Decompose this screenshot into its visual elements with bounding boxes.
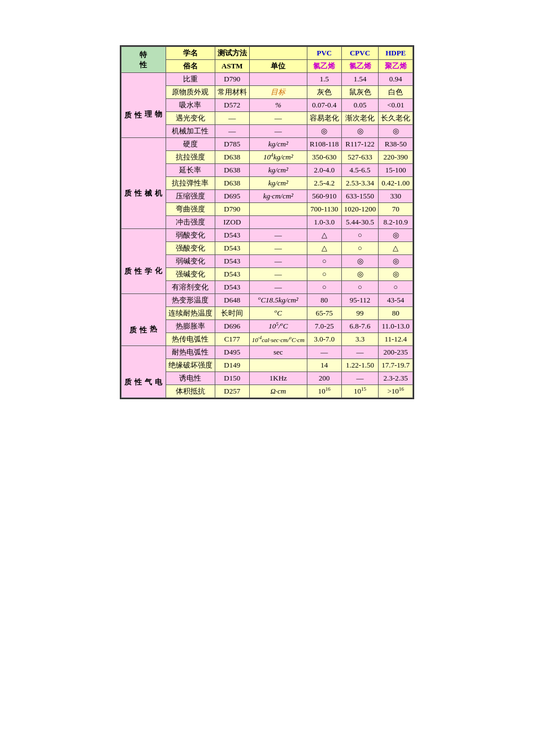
method-permittivity: D150	[215, 372, 249, 385]
unit-bend	[249, 203, 307, 216]
hdpe-strongacid: △	[379, 242, 413, 255]
hdpe-bizong: 0.94	[379, 73, 413, 86]
method-light: —	[215, 112, 249, 125]
method-strongacid: D543	[215, 242, 249, 255]
unit-heatdef: oC18.5kg/cm²	[249, 294, 307, 307]
method-appearance: 常用材料	[215, 86, 249, 99]
header-cpvc: CPVC	[341, 47, 378, 60]
pvc-hardness: R108-118	[307, 138, 341, 151]
unit-tensile: 104kg/cm²	[249, 151, 307, 164]
pvc-permittivity: 200	[307, 372, 341, 385]
cpvc-strongacid: ○	[341, 242, 378, 255]
hdpe-weakacid: ◎	[379, 229, 413, 242]
hdpe-appearance: 白色	[379, 86, 413, 99]
cat-physical: 物理性质	[121, 73, 166, 138]
unit-expansion: 105/oC	[249, 320, 307, 333]
hdpe-arc: 200-235	[379, 346, 413, 359]
cpvc-heatresist: 99	[341, 307, 378, 320]
unit-heatresist: oC	[249, 307, 307, 320]
method-heatdef: D648	[215, 294, 249, 307]
name-strongacid: 强酸变化	[166, 242, 215, 255]
method-bend: D790	[215, 203, 249, 216]
unit-dielectric	[249, 359, 307, 372]
cat-thermal: 热性质	[121, 294, 166, 346]
unit-solvent: —	[249, 281, 307, 294]
hdpe-compress: 330	[379, 190, 413, 203]
pvc-strongacid: △	[307, 242, 341, 255]
name-impact: 冲击强度	[166, 216, 215, 229]
unit-weakbase: —	[249, 255, 307, 268]
name-tensile: 抗拉强度	[166, 151, 215, 164]
cpvc-weakacid: ○	[341, 229, 378, 242]
pvc-expansion: 7.0-25	[307, 320, 341, 333]
unit-strongbase: —	[249, 268, 307, 281]
pvc-dielectric: 14	[307, 359, 341, 372]
name-weakbase: 弱碱变化	[166, 255, 215, 268]
cpvc-permittivity: —	[341, 372, 378, 385]
cpvc-light: 渐次老化	[341, 112, 378, 125]
name-light: 遇光变化	[166, 112, 215, 125]
unit-hardness: kg/cm²	[249, 138, 307, 151]
pvc-solvent: ○	[307, 281, 341, 294]
hdpe-light: 长久老化	[379, 112, 413, 125]
method-dielectric: D149	[215, 359, 249, 372]
hdpe-absorb: <0.01	[379, 99, 413, 112]
cpvc-appearance: 鼠灰色	[341, 86, 378, 99]
unit-impact	[249, 216, 307, 229]
unit-resistance: Ω·cm	[249, 385, 307, 398]
name-heatresist: 连续耐热温度	[166, 307, 215, 320]
name-thermal-conduct: 热传电弧性	[166, 333, 215, 346]
pvc-elastic: 2.5-4.2	[307, 177, 341, 190]
pvc-weakacid: △	[307, 229, 341, 242]
method-heatresist: 长时间	[215, 307, 249, 320]
hdpe-elastic: 0.42-1.00	[379, 177, 413, 190]
unit-elongation: kg/cm²	[249, 164, 307, 177]
cpvc-machinability: ◎	[341, 125, 378, 138]
hdpe-elongation: 15-100	[379, 164, 413, 177]
name-hardness: 硬度	[166, 138, 215, 151]
hdpe-strongbase: ◎	[379, 268, 413, 281]
unit-strongacid: —	[249, 242, 307, 255]
header-pvc-name: 氯乙烯	[307, 60, 341, 73]
cat-mechanical: 机械性质	[121, 138, 166, 229]
name-arc: 耐热电弧性	[166, 346, 215, 359]
pvc-machinability: ◎	[307, 125, 341, 138]
unit-elastic: kg/cm²	[249, 177, 307, 190]
hdpe-thermal-conduct: 11-12.4	[379, 333, 413, 346]
method-solvent: D543	[215, 281, 249, 294]
hdpe-tensile: 220-390	[379, 151, 413, 164]
cpvc-absorb: 0.05	[341, 99, 378, 112]
unit-light: —	[249, 112, 307, 125]
row-heatdef: 热性质 热变形温度 D648 oC18.5kg/cm² 80 95-112 43…	[121, 294, 413, 307]
pvc-light: 容易老化	[307, 112, 341, 125]
header-hdpe: HDPE	[379, 47, 413, 60]
cpvc-weakbase: ◎	[341, 255, 378, 268]
cat-electrical: 电气性质	[121, 346, 166, 398]
method-impact: IZOD	[215, 216, 249, 229]
unit-permittivity: 1KHz	[249, 372, 307, 385]
pvc-appearance: 灰色	[307, 86, 341, 99]
name-resistance: 体积抵抗	[166, 385, 215, 398]
properties-table: 特性 学名 测试方法 PVC CPVC HDPE 俗名 ASTM 单位 氯乙烯 …	[121, 46, 413, 398]
method-elongation: D638	[215, 164, 249, 177]
header-fuming: 俗名	[166, 60, 215, 73]
name-compress: 压缩强度	[166, 190, 215, 203]
pvc-absorb: 0.07-0.4	[307, 99, 341, 112]
name-elongation: 延长率	[166, 164, 215, 177]
name-elastic: 抗拉弹性率	[166, 177, 215, 190]
method-strongbase: D543	[215, 268, 249, 281]
header-xuming: 学名	[166, 47, 215, 60]
header-row-1: 特性 学名 测试方法 PVC CPVC HDPE	[121, 47, 413, 60]
header-tese: 特性	[121, 47, 166, 73]
name-bend: 弯曲强度	[166, 203, 215, 216]
hdpe-hardness: R38-50	[379, 138, 413, 151]
pvc-compress: 560-910	[307, 190, 341, 203]
header-unit: 单位	[249, 60, 307, 73]
name-dielectric: 绝缘破坏强度	[166, 359, 215, 372]
name-heatdef: 热变形温度	[166, 294, 215, 307]
method-hardness: D785	[215, 138, 249, 151]
pvc-impact: 1.0-3.0	[307, 216, 341, 229]
hdpe-impact: 8.2-10.9	[379, 216, 413, 229]
unit-absorb: %	[249, 99, 307, 112]
method-compress: D695	[215, 190, 249, 203]
